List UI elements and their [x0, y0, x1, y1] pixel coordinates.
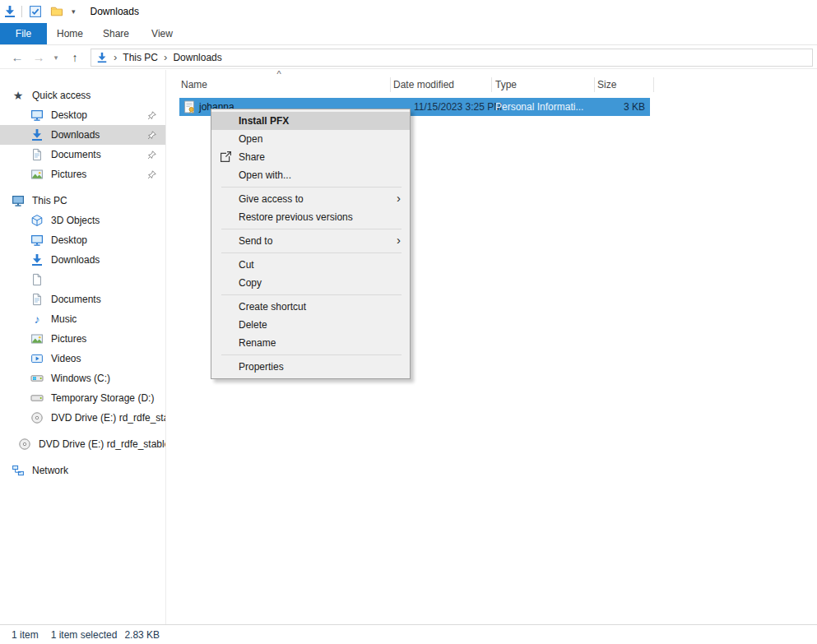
- column-divider[interactable]: [594, 77, 595, 92]
- column-headers: ^ Name Date modified Type Size: [166, 75, 817, 95]
- column-divider[interactable]: [491, 77, 492, 92]
- sidebar-item-windows-c[interactable]: Windows (C:): [0, 368, 165, 388]
- pictures-icon: [30, 332, 44, 345]
- tab-file[interactable]: File: [0, 23, 47, 44]
- star-icon: ★: [12, 89, 25, 102]
- menu-item-open-with[interactable]: Open with...: [211, 166, 410, 184]
- sidebar-item-documents-pc[interactable]: Documents: [0, 290, 165, 309]
- breadcrumb-chevron-icon[interactable]: ›: [164, 51, 167, 63]
- pin-icon: [146, 110, 157, 121]
- certificate-file-icon: [183, 100, 196, 114]
- column-header-type[interactable]: Type: [495, 79, 517, 90]
- network-icon: [12, 464, 25, 477]
- sidebar-item-temporary-storage-d[interactable]: Temporary Storage (D:): [0, 388, 165, 408]
- share-icon: [219, 151, 232, 164]
- windows-drive-icon: [30, 372, 44, 385]
- sidebar-item-desktop-pc[interactable]: Desktop: [0, 230, 165, 250]
- tab-view[interactable]: View: [139, 23, 185, 44]
- dvd-icon: [30, 411, 44, 424]
- column-header-date-modified[interactable]: Date modified: [393, 79, 454, 90]
- menu-item-share[interactable]: Share: [211, 148, 410, 166]
- ribbon-tabs: File Home Share View: [0, 23, 817, 45]
- column-header-size[interactable]: Size: [597, 79, 616, 90]
- menu-item-create-shortcut[interactable]: Create shortcut: [211, 298, 410, 316]
- menu-item-send-to[interactable]: Send to ›: [211, 232, 410, 250]
- menu-item-rename[interactable]: Rename: [211, 334, 410, 352]
- menu-item-properties[interactable]: Properties: [211, 358, 410, 376]
- pin-icon: [146, 150, 157, 160]
- file-explorer-window: ▾ Downloads File Home Share View ← → ▾ ↑…: [0, 0, 817, 644]
- tab-share[interactable]: Share: [93, 23, 139, 44]
- submenu-arrow-icon: ›: [397, 191, 401, 205]
- sidebar-item-desktop[interactable]: Desktop: [0, 105, 165, 125]
- status-selection-count: 1 item selected: [51, 629, 118, 641]
- forward-icon[interactable]: →: [31, 50, 46, 64]
- location-downloads-icon: [96, 52, 108, 63]
- downloads-icon: [30, 253, 44, 266]
- breadcrumb-chevron-icon[interactable]: ›: [114, 51, 117, 63]
- window-title: Downloads: [91, 6, 139, 17]
- context-menu: Install PFX Open Share Open with... Give…: [211, 109, 411, 379]
- sidebar-quick-access[interactable]: ★ Quick access: [0, 86, 165, 105]
- menu-item-restore-previous-versions[interactable]: Restore previous versions: [211, 208, 410, 226]
- qat-checkmark-icon[interactable]: [29, 5, 42, 18]
- address-bar: ← → ▾ ↑ › This PC › Downloads: [0, 46, 817, 69]
- sidebar-item-downloads-pc[interactable]: Downloads: [0, 250, 165, 270]
- menu-separator: [221, 354, 402, 355]
- qat-new-folder-icon[interactable]: [50, 5, 63, 18]
- sidebar-item-blank[interactable]: [0, 270, 165, 290]
- menu-item-install-pfx[interactable]: Install PFX: [211, 112, 410, 130]
- titlebar: ▾ Downloads: [0, 0, 817, 23]
- breadcrumb-this-pc[interactable]: This PC: [123, 52, 158, 63]
- explorer-downloads-icon: [3, 5, 16, 18]
- sidebar-item-music[interactable]: ♪ Music: [0, 309, 165, 329]
- recent-locations-caret-icon[interactable]: ▾: [51, 53, 61, 62]
- music-note-icon: ♪: [30, 313, 44, 326]
- qat-caret-icon[interactable]: ▾: [72, 7, 76, 16]
- status-item-count: 1 item: [12, 629, 39, 641]
- file-size: 3 KB: [624, 101, 645, 113]
- menu-separator: [221, 253, 402, 253]
- column-header-name[interactable]: Name: [181, 79, 207, 90]
- qat-separator: [21, 6, 22, 17]
- tab-home[interactable]: Home: [47, 23, 93, 44]
- pin-icon: [146, 130, 157, 141]
- sidebar-dvd-drive-root[interactable]: DVD Drive (E:) rd_rdfe_stable.: [0, 434, 165, 454]
- videos-icon: [30, 352, 44, 365]
- file-date-modified: 11/15/2023 3:25 PM: [414, 101, 502, 113]
- downloads-icon: [30, 128, 44, 141]
- back-icon[interactable]: ←: [10, 50, 25, 64]
- dvd-icon: [18, 438, 31, 451]
- sidebar-item-downloads[interactable]: Downloads: [0, 125, 165, 145]
- sidebar-network[interactable]: Network: [0, 461, 165, 480]
- menu-item-cut[interactable]: Cut: [211, 256, 410, 274]
- column-divider[interactable]: [653, 77, 654, 92]
- menu-item-copy[interactable]: Copy: [211, 274, 410, 292]
- menu-item-delete[interactable]: Delete: [211, 316, 410, 334]
- document-icon: [30, 293, 44, 306]
- breadcrumb[interactable]: › This PC › Downloads: [91, 49, 813, 67]
- menu-item-open[interactable]: Open: [211, 130, 410, 148]
- pictures-icon: [30, 168, 44, 181]
- up-icon[interactable]: ↑: [67, 51, 82, 64]
- sidebar-item-dvd-drive-e[interactable]: DVD Drive (E:) rd_rdfe_stable: [0, 408, 165, 428]
- 3d-objects-icon: [30, 214, 44, 227]
- drive-icon: [30, 391, 44, 405]
- sort-ascending-icon: ^: [273, 69, 285, 79]
- breadcrumb-downloads[interactable]: Downloads: [173, 52, 221, 63]
- desktop-icon: [30, 234, 44, 247]
- sidebar-item-pictures-pc[interactable]: Pictures: [0, 329, 165, 349]
- sidebar-item-3d-objects[interactable]: 3D Objects: [0, 211, 165, 230]
- sidebar-item-videos[interactable]: Videos: [0, 349, 165, 368]
- menu-separator: [221, 229, 402, 229]
- status-selection-size: 2.83 KB: [124, 629, 160, 641]
- sidebar-item-pictures[interactable]: Pictures: [0, 164, 165, 184]
- status-bar: 1 item 1 item selected 2.83 KB: [0, 624, 817, 644]
- desktop-icon: [30, 109, 44, 122]
- menu-item-give-access-to[interactable]: Give access to ›: [211, 190, 410, 208]
- column-divider[interactable]: [390, 77, 391, 92]
- file-type: Personal Informati...: [495, 101, 583, 113]
- sidebar-item-documents[interactable]: Documents: [0, 145, 165, 164]
- document-icon: [30, 148, 44, 161]
- sidebar-this-pc[interactable]: This PC: [0, 191, 165, 211]
